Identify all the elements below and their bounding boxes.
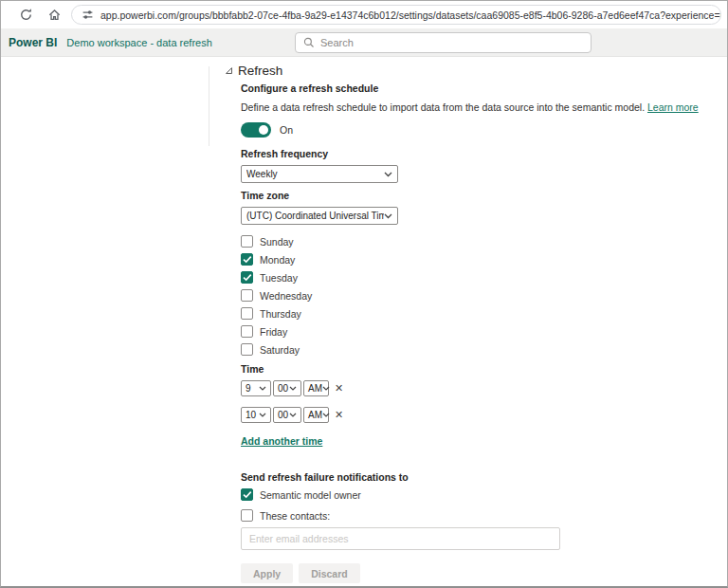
apply-button[interactable]: Apply bbox=[241, 563, 293, 583]
day-row-tuesday: Tuesday bbox=[241, 271, 686, 284]
chevron-down-icon bbox=[289, 386, 297, 391]
chevron-down-icon bbox=[384, 172, 392, 177]
collapse-triangle-icon bbox=[225, 66, 233, 75]
chevron-down-icon bbox=[384, 213, 392, 219]
day-checkbox-group: Sunday Monday Tuesday Wednesday Thursday bbox=[241, 235, 686, 356]
day-checkbox-friday[interactable] bbox=[241, 325, 253, 338]
toggle-state-label: On bbox=[280, 124, 293, 136]
app-brand[interactable]: Power BI bbox=[9, 36, 57, 49]
search-icon bbox=[303, 37, 315, 48]
day-row-saturday: Saturday bbox=[241, 343, 686, 356]
owner-checkbox[interactable] bbox=[241, 488, 253, 501]
reload-icon[interactable] bbox=[14, 4, 37, 27]
check-icon bbox=[243, 273, 252, 282]
section-title: Refresh bbox=[238, 64, 282, 78]
schedule-description: Define a data refresh schedule to import… bbox=[241, 101, 686, 113]
time-label: Time bbox=[241, 363, 686, 375]
remove-time-icon-1[interactable]: ✕ bbox=[335, 383, 343, 394]
contacts-checkbox[interactable] bbox=[241, 509, 253, 522]
day-checkbox-thursday[interactable] bbox=[241, 307, 253, 320]
day-row-monday: Monday bbox=[241, 253, 686, 266]
refresh-frequency-label: Refresh frequency bbox=[241, 148, 686, 159]
site-settings-icon[interactable] bbox=[82, 9, 94, 21]
minute-select-2[interactable]: 00 bbox=[273, 407, 301, 423]
chevron-down-icon bbox=[259, 386, 266, 391]
time-zone-label: Time zone bbox=[241, 190, 686, 201]
day-row-friday: Friday bbox=[241, 325, 686, 338]
day-checkbox-monday[interactable] bbox=[241, 253, 253, 266]
browser-window: app.powerbi.com/groups/bbbfabb2-07ce-4fb… bbox=[0, 0, 728, 588]
day-row-thursday: Thursday bbox=[241, 307, 686, 320]
refresh-section-header[interactable]: Refresh bbox=[225, 64, 727, 78]
owner-notification-row: Semantic model owner bbox=[241, 488, 686, 501]
settings-content: Refresh Configure a refresh schedule Def… bbox=[1, 64, 727, 588]
browser-toolbar: app.powerbi.com/groups/bbbfabb2-07ce-4fb… bbox=[1, 1, 727, 28]
breadcrumb[interactable]: Demo workspace - data refresh bbox=[66, 37, 211, 48]
day-row-sunday: Sunday bbox=[241, 235, 686, 248]
address-bar[interactable]: app.powerbi.com/groups/bbbfabb2-07ce-4fb… bbox=[71, 5, 721, 25]
url-text: app.powerbi.com/groups/bbbfabb2-07ce-4fb… bbox=[100, 9, 721, 21]
section-divider bbox=[209, 66, 209, 146]
time-row-2: 10 00 AM ✕ bbox=[241, 407, 686, 423]
refresh-frequency-select[interactable]: Weekly bbox=[241, 165, 398, 183]
time-row-1: 9 00 AM ✕ bbox=[241, 380, 686, 396]
day-checkbox-saturday[interactable] bbox=[241, 343, 253, 356]
contacts-notification-row: These contacts: bbox=[241, 509, 686, 522]
remove-time-icon-2[interactable]: ✕ bbox=[335, 410, 343, 420]
app-header: Power BI Demo workspace - data refresh S… bbox=[1, 28, 727, 57]
ampm-select-1[interactable]: AM bbox=[303, 380, 329, 396]
add-another-time-link[interactable]: Add another time bbox=[241, 435, 322, 447]
chevron-down-icon bbox=[322, 386, 330, 391]
hour-select-1[interactable]: 9 bbox=[241, 380, 271, 396]
notifications-label: Send refresh failure notifications to bbox=[241, 471, 686, 483]
chevron-down-icon bbox=[259, 413, 266, 417]
home-icon[interactable] bbox=[43, 4, 65, 27]
search-input[interactable]: Search bbox=[295, 32, 592, 53]
day-checkbox-sunday[interactable] bbox=[241, 235, 253, 248]
configure-schedule-label: Configure a refresh schedule bbox=[241, 83, 686, 94]
check-icon bbox=[243, 490, 252, 499]
day-checkbox-wednesday[interactable] bbox=[241, 289, 253, 302]
time-zone-select[interactable]: (UTC) Coordinated Universal Time bbox=[241, 207, 398, 225]
email-addresses-input[interactable] bbox=[241, 527, 560, 550]
check-icon bbox=[243, 255, 252, 264]
schedule-toggle[interactable] bbox=[241, 122, 271, 138]
learn-more-link[interactable]: Learn more bbox=[647, 101, 699, 113]
minute-select-1[interactable]: 00 bbox=[273, 380, 301, 396]
discard-button[interactable]: Discard bbox=[299, 563, 360, 583]
day-row-wednesday: Wednesday bbox=[241, 289, 686, 302]
toggle-knob bbox=[259, 125, 268, 135]
chevron-down-icon bbox=[289, 413, 297, 417]
search-placeholder: Search bbox=[320, 37, 354, 48]
hour-select-2[interactable]: 10 bbox=[241, 407, 271, 423]
ampm-select-2[interactable]: AM bbox=[303, 407, 329, 423]
day-checkbox-tuesday[interactable] bbox=[241, 271, 253, 284]
chevron-down-icon bbox=[322, 413, 330, 417]
